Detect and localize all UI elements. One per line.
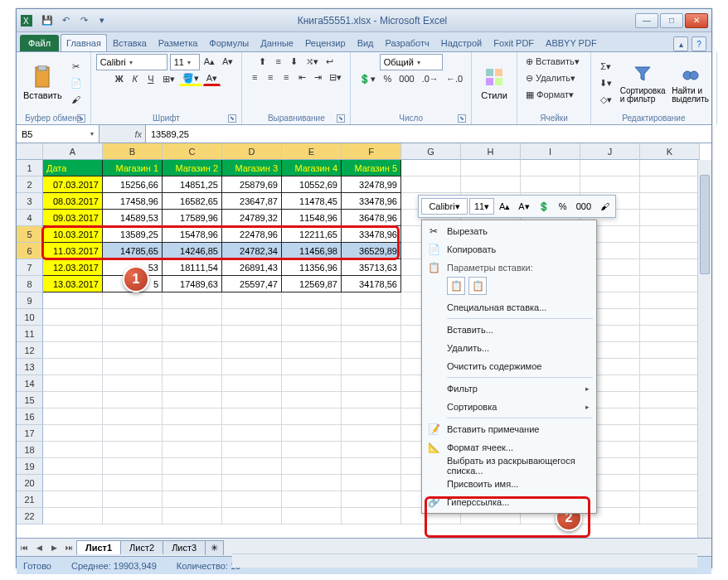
empty-cell[interactable] xyxy=(103,309,163,326)
font-dialog-launcher[interactable]: ⬊ xyxy=(228,114,236,123)
orientation-button[interactable]: ⤭▾ xyxy=(303,54,322,69)
col-header-K[interactable]: K xyxy=(640,143,700,160)
underline-button[interactable]: Ч xyxy=(143,71,158,86)
align-bottom-button[interactable]: ⬇ xyxy=(287,54,302,69)
data-cell[interactable]: 11478,45 xyxy=(282,193,342,210)
empty-cell[interactable] xyxy=(222,442,282,458)
row-header-18[interactable]: 18 xyxy=(17,442,43,458)
clear-button[interactable]: ◇▾ xyxy=(596,92,615,107)
align-middle-button[interactable]: ≡ xyxy=(271,54,286,69)
empty-cell[interactable] xyxy=(282,442,342,458)
cells-insert-button[interactable]: ⊕ Вставить ▾ xyxy=(522,54,585,69)
data-cell[interactable]: 22478,96 xyxy=(222,226,282,243)
empty-cell[interactable] xyxy=(282,458,342,475)
empty-cell[interactable] xyxy=(163,442,222,458)
empty-cell[interactable] xyxy=(282,359,342,375)
empty-cell[interactable] xyxy=(282,425,342,442)
cells-format-button[interactable]: ▦ Формат ▾ xyxy=(522,87,585,102)
empty-cell[interactable] xyxy=(282,408,342,425)
empty-cell[interactable] xyxy=(640,226,700,243)
empty-cell[interactable] xyxy=(640,375,700,392)
empty-cell[interactable] xyxy=(43,442,103,458)
date-cell[interactable]: 09.03.2017 xyxy=(43,210,103,226)
data-cell[interactable]: 15478,96 xyxy=(163,226,222,243)
col-header-D[interactable]: D xyxy=(222,143,282,160)
empty-cell[interactable] xyxy=(163,425,222,442)
sheet-tab-2[interactable]: Лист2 xyxy=(120,540,163,554)
decrease-indent-button[interactable]: ⇤ xyxy=(294,70,309,85)
percent-button[interactable]: % xyxy=(380,71,395,86)
empty-cell[interactable] xyxy=(43,491,103,508)
ctx-define-name[interactable]: Присвоить имя... xyxy=(424,475,595,493)
tab-developer[interactable]: Разработч xyxy=(380,34,435,51)
empty-cell[interactable] xyxy=(640,342,700,359)
empty-cell[interactable] xyxy=(222,458,282,475)
empty-cell[interactable] xyxy=(640,243,700,259)
empty-cell[interactable] xyxy=(282,326,342,342)
tab-layout[interactable]: Разметка xyxy=(153,34,204,51)
empty-cell[interactable] xyxy=(640,425,700,442)
tab-insert[interactable]: Вставка xyxy=(107,34,153,51)
empty-cell[interactable] xyxy=(640,193,700,210)
cells-delete-button[interactable]: ⊖ Удалить ▾ xyxy=(522,70,585,85)
empty-cell[interactable] xyxy=(640,259,700,276)
sheet-nav-next[interactable]: ▶ xyxy=(46,540,61,555)
row-header-21[interactable]: 21 xyxy=(17,491,43,508)
copy-button[interactable]: 📄 xyxy=(67,75,85,90)
empty-cell[interactable] xyxy=(342,408,401,425)
align-center-button[interactable]: ≡ xyxy=(263,70,278,85)
sheet-tab-3[interactable]: Лист3 xyxy=(163,540,206,554)
data-cell[interactable]: 11356,96 xyxy=(282,259,342,276)
paste-button[interactable]: Вставить xyxy=(22,64,64,102)
row-header-15[interactable]: 15 xyxy=(17,392,43,408)
empty-cell[interactable] xyxy=(43,508,103,524)
empty-cell[interactable] xyxy=(282,508,342,524)
empty-cell[interactable] xyxy=(103,425,163,442)
ctx-insert[interactable]: Вставить... xyxy=(424,321,595,339)
tab-view[interactable]: Вид xyxy=(352,34,380,51)
empty-cell[interactable] xyxy=(640,292,700,309)
sheet-tab-1[interactable]: Лист1 xyxy=(76,540,121,554)
col-header-B[interactable]: B xyxy=(103,143,163,160)
date-cell[interactable]: 12.03.2017 xyxy=(43,259,103,276)
empty-cell[interactable] xyxy=(342,309,401,326)
empty-cell[interactable] xyxy=(282,309,342,326)
grow-font-button[interactable]: A▴ xyxy=(201,54,218,69)
mini-grow-font[interactable]: A▴ xyxy=(496,198,513,215)
data-cell[interactable]: 11548,96 xyxy=(282,210,342,226)
data-cell[interactable]: 17489,63 xyxy=(163,276,222,292)
redo-button[interactable]: ↷ xyxy=(76,13,91,28)
data-cell[interactable]: 36478,96 xyxy=(342,210,401,226)
empty-cell[interactable] xyxy=(103,375,163,392)
data-cell[interactable]: 35713,63 xyxy=(342,259,401,276)
empty-cell[interactable] xyxy=(282,392,342,408)
tab-abbyy[interactable]: ABBYY PDF xyxy=(540,34,603,51)
name-box[interactable]: B5▾ xyxy=(17,125,99,143)
undo-button[interactable]: ↶ xyxy=(58,13,73,28)
empty-cell[interactable] xyxy=(640,392,700,408)
data-cell[interactable]: 12569,87 xyxy=(282,276,342,292)
empty-cell[interactable] xyxy=(43,342,103,359)
tab-home[interactable]: Главная xyxy=(61,34,107,51)
data-cell[interactable]: 12211,65 xyxy=(282,226,342,243)
empty-cell[interactable] xyxy=(222,392,282,408)
formula-input[interactable]: 13589,25 xyxy=(146,125,711,143)
horizontal-scrollbar[interactable] xyxy=(232,553,697,568)
data-cell[interactable]: 24782,34 xyxy=(222,243,282,259)
font-size-combo[interactable]: 11▾ xyxy=(170,54,200,70)
empty-cell[interactable] xyxy=(342,359,401,375)
empty-cell[interactable] xyxy=(282,292,342,309)
sheet-nav-first[interactable]: ⏮ xyxy=(17,540,32,555)
empty-cell[interactable] xyxy=(640,176,700,193)
mini-size-combo[interactable]: 11 ▾ xyxy=(469,198,494,215)
maximize-button[interactable]: □ xyxy=(660,13,683,28)
row-header-2[interactable]: 2 xyxy=(17,176,43,193)
row-header-9[interactable]: 9 xyxy=(17,292,43,309)
empty-cell[interactable] xyxy=(222,408,282,425)
col-header-I[interactable]: I xyxy=(521,143,580,160)
empty-cell[interactable] xyxy=(163,475,222,491)
paste-option-all[interactable]: 📋 xyxy=(468,277,487,295)
row-header-10[interactable]: 10 xyxy=(17,309,43,326)
empty-cell[interactable] xyxy=(103,392,163,408)
data-cell[interactable]: 17589,96 xyxy=(163,210,222,226)
